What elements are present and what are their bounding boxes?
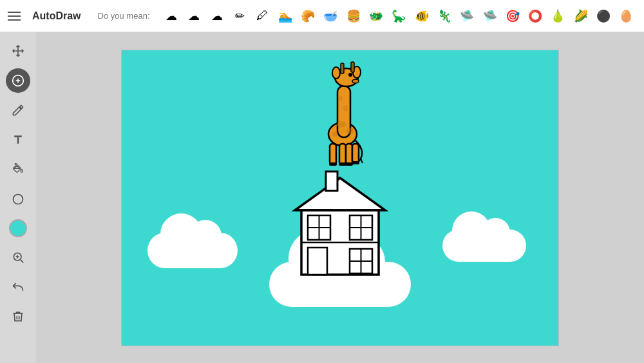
- do-you-mean-label: Do you mean:: [98, 11, 150, 21]
- svg-rect-38: [352, 161, 359, 164]
- svg-point-43: [339, 96, 343, 101]
- suggestion-icon-6[interactable]: 🥐: [298, 6, 317, 26]
- top-bar: AutoDraw Do you mean: ☁☁☁✏🖊🏊🥐🥣🍔🐲🦕🐠🦎🛸🛸🎯⭕🍐…: [0, 0, 644, 32]
- fill-tool-button[interactable]: [6, 157, 30, 182]
- cloud-left: [147, 233, 238, 268]
- menu-icon[interactable]: [8, 12, 21, 21]
- app-title: AutoDraw: [32, 10, 81, 22]
- svg-point-23: [332, 67, 340, 79]
- suggestion-icon-9[interactable]: 🐲: [366, 6, 386, 26]
- main-layout: [0, 32, 644, 363]
- text-tool-button[interactable]: [6, 128, 30, 152]
- svg-rect-7: [326, 172, 337, 191]
- suggestion-icon-8[interactable]: 🍔: [343, 6, 363, 26]
- suggestion-icon-2[interactable]: ☁: [207, 6, 227, 26]
- svg-rect-25: [341, 63, 344, 74]
- svg-line-2: [21, 260, 24, 263]
- svg-line-30: [361, 159, 363, 163]
- drawing-canvas[interactable]: [121, 50, 559, 346]
- suggestion-icon-20[interactable]: 🥚: [616, 6, 636, 26]
- shape-tool-button[interactable]: [6, 187, 30, 211]
- sidebar: [0, 32, 36, 363]
- svg-point-28: [352, 79, 359, 83]
- suggestion-icon-10[interactable]: 🦕: [389, 6, 409, 26]
- svg-point-42: [343, 105, 348, 112]
- suggestions-bar: ☁☁☁✏🖊🏊🥐🥣🍔🐲🦕🐠🦎🛸🛸🎯⭕🍐🌽⚫🥚: [162, 6, 637, 26]
- suggestion-icon-18[interactable]: 🌽: [571, 6, 591, 26]
- suggestion-icon-13[interactable]: 🛸: [457, 6, 477, 26]
- cloud-right: [442, 230, 526, 262]
- svg-rect-31: [330, 144, 336, 164]
- suggestion-icon-12[interactable]: 🦎: [434, 6, 454, 26]
- suggestion-icon-16[interactable]: ⭕: [526, 6, 545, 26]
- svg-point-41: [332, 132, 338, 137]
- suggestion-icon-14[interactable]: 🛸: [480, 6, 500, 26]
- pencil-tool-button[interactable]: [6, 98, 30, 123]
- svg-rect-35: [329, 162, 337, 166]
- zoom-tool-button[interactable]: [6, 245, 30, 270]
- suggestion-icon-0[interactable]: ☁: [162, 6, 182, 26]
- move-tool-button[interactable]: [6, 39, 30, 63]
- svg-point-0: [14, 195, 23, 204]
- svg-rect-34: [352, 144, 359, 163]
- color-swatch[interactable]: [9, 219, 27, 237]
- autodraw-tool-button[interactable]: [6, 68, 30, 93]
- suggestion-icon-19[interactable]: ⚫: [593, 6, 613, 26]
- suggestion-icon-5[interactable]: 🏊: [275, 6, 295, 26]
- suggestion-icon-15[interactable]: 🎯: [502, 6, 522, 26]
- suggestion-icon-1[interactable]: ☁: [184, 6, 204, 26]
- svg-rect-33: [346, 144, 352, 164]
- suggestion-icon-4[interactable]: 🖊: [252, 6, 272, 26]
- delete-tool-button[interactable]: [6, 304, 30, 329]
- svg-rect-32: [339, 144, 346, 164]
- suggestion-icon-3[interactable]: ✏: [229, 6, 249, 26]
- canvas-area: [36, 32, 644, 363]
- suggestion-icon-11[interactable]: 🐠: [412, 6, 431, 26]
- svg-point-27: [348, 73, 352, 77]
- undo-tool-button[interactable]: [6, 275, 30, 299]
- suggestion-icon-7[interactable]: 🥣: [321, 6, 341, 26]
- svg-rect-26: [351, 62, 354, 72]
- svg-point-39: [337, 121, 346, 128]
- house-drawing: [289, 165, 392, 278]
- giraffe-drawing: [310, 50, 375, 166]
- svg-point-40: [346, 128, 354, 134]
- svg-rect-16: [308, 248, 327, 275]
- svg-marker-6: [295, 178, 385, 210]
- suggestion-icon-17[interactable]: 🍐: [548, 6, 568, 26]
